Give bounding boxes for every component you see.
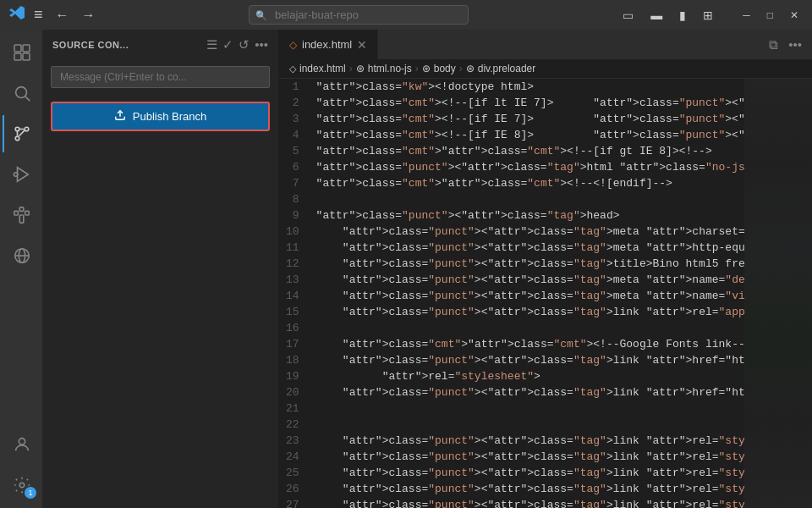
code-line: "attr">class="punct"><"attr">class="tag"…	[316, 159, 744, 175]
vscode-logo	[8, 4, 25, 25]
search-area	[108, 5, 610, 25]
breadcrumb-sep-1: ›	[349, 63, 353, 75]
svg-point-18	[19, 439, 25, 444]
menu-icon[interactable]: ≡	[34, 6, 43, 24]
tab-bar: ◇ index.html ✕ ⧉ •••	[279, 30, 812, 59]
code-line: "attr">class="punct"><"attr">class="tag"…	[316, 272, 744, 288]
code-line	[316, 320, 744, 336]
code-line: "attr">class="punct"><"attr">class="tag"…	[316, 481, 744, 497]
win-close-button[interactable]: ✕	[785, 8, 804, 23]
layout-icon-2[interactable]: ▬	[645, 7, 667, 24]
win-maximize-button[interactable]: □	[762, 8, 778, 23]
breadcrumb-html: html.no-js	[368, 63, 412, 75]
activity-extensions[interactable]	[3, 196, 40, 234]
code-line: "attr">class="cmt">"attr">class="cmt"><!…	[316, 336, 744, 352]
svg-rect-12	[19, 207, 24, 212]
layout-icon-4[interactable]: ⊞	[698, 7, 718, 24]
publish-branch-button[interactable]: Publish Branch	[51, 102, 270, 131]
nav-back-button[interactable]: ←	[52, 6, 74, 25]
editor-area: ◇ index.html ✕ ⧉ ••• ◇ index.html › ⊛ ht…	[279, 30, 812, 508]
svg-rect-3	[23, 53, 30, 60]
nav-forward-button[interactable]: →	[78, 6, 100, 25]
tab-file-icon: ◇	[289, 39, 297, 51]
window-controls: ▭ ▬ ▮ ⊞ ─ □ ✕	[617, 7, 804, 24]
code-line: "attr">class="punct"><"attr">class="tag"…	[316, 497, 744, 508]
breadcrumb-html-icon: ⊛	[356, 63, 365, 75]
breadcrumb: ◇ index.html › ⊛ html.no-js › ⊛ body › ⊛…	[279, 59, 812, 79]
search-input[interactable]	[249, 5, 469, 25]
sidebar-actions: ☰ ✓ ↺ •••	[206, 37, 268, 52]
activity-remote[interactable]	[3, 237, 40, 274]
code-line	[316, 191, 744, 207]
svg-point-8	[15, 136, 19, 141]
svg-point-10	[14, 173, 18, 177]
code-line: "attr">class="punct"><"attr">class="tag"…	[316, 304, 744, 320]
code-line: "attr">class="punct"><"attr">class="tag"…	[316, 288, 744, 304]
code-line: "attr">class="cmt"><!--[if lt IE 7]> "at…	[316, 95, 744, 111]
code-line: "attr">class="punct"><"attr">class="tag"…	[316, 207, 744, 224]
publish-branch-label: Publish Branch	[133, 110, 206, 123]
activity-run[interactable]	[3, 156, 40, 193]
sidebar-action-check[interactable]: ✓	[222, 37, 233, 52]
settings-badge: 1	[25, 487, 36, 499]
svg-rect-1	[23, 45, 30, 52]
commit-message-input[interactable]	[51, 66, 270, 88]
tab-label: index.html	[302, 38, 352, 51]
editor-split-icon[interactable]: ⧉	[765, 36, 782, 54]
editor-more-icon[interactable]: •••	[785, 36, 805, 53]
nav-buttons: ← →	[52, 6, 100, 25]
code-editor[interactable]: 1234567891011121314151617181920212223242…	[279, 79, 812, 508]
tab-close-button[interactable]: ✕	[357, 38, 367, 52]
activity-bar: 1	[0, 30, 42, 508]
code-line: "attr">class="punct"><"attr">class="tag"…	[316, 449, 744, 465]
code-line: "attr">class="punct"><"attr">class="tag"…	[316, 384, 744, 400]
message-input-area	[42, 59, 278, 95]
svg-rect-2	[14, 53, 21, 60]
svg-point-19	[19, 483, 25, 488]
code-line: "attr">class="cmt">"attr">class="cmt"><!…	[316, 175, 744, 191]
tab-index-html[interactable]: ◇ index.html ✕	[279, 30, 378, 59]
code-content[interactable]: "attr">class="kw"><!doctype html>"attr">…	[310, 79, 744, 508]
code-line: "attr">class="punct"><"attr">class="tag"…	[316, 433, 744, 449]
breadcrumb-file-icon: ◇	[289, 64, 296, 75]
code-line: "attr">class="punct"><"attr">class="tag"…	[316, 352, 744, 368]
code-line: "attr">class="punct"><"attr">class="tag"…	[316, 256, 744, 272]
code-line: "attr">class="punct"><"attr">class="tag"…	[316, 224, 744, 240]
svg-line-5	[25, 97, 30, 101]
svg-point-6	[15, 127, 19, 131]
svg-marker-9	[18, 168, 29, 182]
sidebar-action-refresh[interactable]: ↺	[239, 37, 250, 52]
activity-account[interactable]	[3, 426, 40, 463]
layout-icon-3[interactable]: ▮	[674, 7, 691, 24]
code-line: "attr">class="kw"><!doctype html>	[316, 79, 744, 95]
line-numbers: 1234567891011121314151617181920212223242…	[279, 79, 310, 508]
svg-point-4	[16, 87, 27, 98]
svg-rect-13	[19, 215, 24, 223]
code-line	[316, 400, 744, 417]
minimap	[744, 79, 812, 508]
svg-rect-0	[14, 45, 21, 52]
sidebar-title: SOURCE CON...	[52, 40, 206, 50]
sidebar-action-more[interactable]: •••	[255, 37, 268, 52]
breadcrumb-body-icon: ⊛	[422, 63, 431, 75]
sidebar-action-menu[interactable]: ☰	[206, 37, 217, 52]
breadcrumb-sep-3: ›	[459, 63, 463, 75]
activity-settings[interactable]: 1	[3, 467, 40, 504]
win-minimize-button[interactable]: ─	[738, 8, 755, 23]
svg-rect-14	[25, 211, 30, 215]
code-line: "attr">rel="stylesheet">	[316, 368, 744, 384]
activity-explorer[interactable]	[3, 34, 40, 71]
layout-icon-1[interactable]: ▭	[617, 7, 639, 24]
code-line: "attr">class="cmt"><!--[if IE 8]> "attr"…	[316, 127, 744, 143]
activity-source-control[interactable]	[3, 115, 40, 152]
code-line: "attr">class="cmt"><!--[if IE 7]> "attr"…	[316, 111, 744, 127]
code-line	[316, 417, 744, 433]
sidebar-header: SOURCE CON... ☰ ✓ ↺ •••	[42, 30, 278, 59]
breadcrumb-div: div.preloader	[478, 63, 535, 75]
breadcrumb-div-icon: ⊛	[466, 63, 475, 75]
upload-icon	[114, 109, 126, 124]
svg-point-7	[25, 127, 29, 131]
breadcrumb-file: index.html	[299, 63, 346, 75]
breadcrumb-sep-2: ›	[415, 63, 419, 75]
activity-search[interactable]	[3, 75, 40, 112]
